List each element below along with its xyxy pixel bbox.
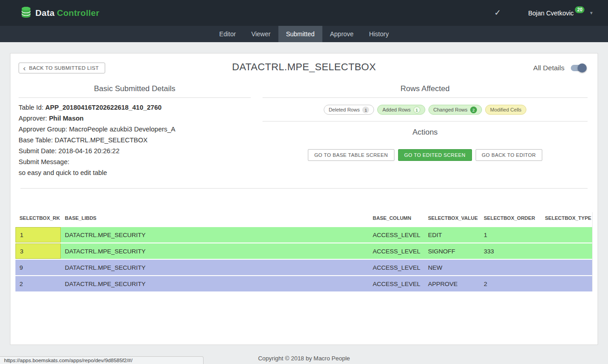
deleted-rows-pill[interactable]: Deleted Rows1 — [324, 105, 374, 115]
brand-word-controller: Controller — [57, 8, 99, 18]
brand-name: DataController — [35, 8, 99, 18]
table-cell[interactable] — [541, 243, 592, 259]
chevron-left-icon: ‹ — [23, 66, 26, 70]
pill-count-badge: 2 — [470, 107, 477, 113]
divider — [19, 97, 251, 98]
table-cell[interactable]: 1 — [480, 227, 541, 243]
back-to-submitted-list-button[interactable]: ‹ BACK TO SUBMITTED LIST — [19, 63, 105, 73]
status-url: https://apps.boemskats.com/apps/repo/dev… — [4, 358, 132, 363]
table-cell[interactable]: ACCESS_LEVEL — [369, 227, 424, 243]
detail-table-id: Table Id: APP_20180416T202622618_410_276… — [19, 102, 251, 113]
card-toolbar: ‹ BACK TO SUBMITTED LIST DATACTRL.MPE_SE… — [10, 53, 598, 77]
user-name: Bojan Cvetkovic — [528, 10, 574, 17]
table-cell[interactable] — [541, 260, 592, 275]
table-cell[interactable]: APPROVE — [424, 276, 480, 291]
table-cell[interactable] — [480, 260, 541, 275]
tab-editor[interactable]: Editor — [212, 26, 244, 42]
grid-header-row: SELECTBOX_RK BASE_LIBDS BASE_COLUMN SELE… — [15, 212, 592, 224]
all-details-toggle[interactable] — [571, 65, 586, 71]
grid-body: 1DATACTRL.MPE_SECURITYACCESS_LEVELEDIT13… — [15, 227, 592, 291]
column-header-base-libds[interactable]: BASE_LIBDS — [61, 212, 369, 224]
table-row[interactable]: 9DATACTRL.MPE_SECURITYACCESS_LEVELNEW — [15, 260, 592, 275]
all-details-control: All Details — [533, 64, 586, 72]
table-cell[interactable]: 2 — [480, 276, 541, 291]
tab-history[interactable]: History — [361, 26, 397, 42]
table-cell[interactable]: DATACTRL.MPE_SECURITY — [61, 276, 369, 291]
detail-submit-message-text: so easy and quick to edit table — [19, 167, 251, 178]
chevron-down-icon[interactable]: ▾ — [590, 10, 593, 16]
detail-submit-message-label: Submit Message: — [19, 156, 251, 167]
column-header-selectbox-order[interactable]: SELECTBOX_ORDER — [480, 212, 541, 224]
table-cell[interactable] — [541, 227, 592, 243]
column-header-selectbox-value[interactable]: SELECTBOX_VALUE — [424, 212, 480, 224]
table-row[interactable]: 1DATACTRL.MPE_SECURITYACCESS_LEVELEDIT1 — [15, 227, 592, 243]
table-row[interactable]: 2DATACTRL.MPE_SECURITYACCESS_LEVELAPPROV… — [15, 276, 592, 291]
all-details-label: All Details — [533, 64, 564, 72]
table-row[interactable]: 3DATACTRL.MPE_SECURITYACCESS_LEVELSIGNOF… — [15, 243, 592, 259]
detail-approver-group: Approver Group: MacroPeople azukbi3 Deve… — [19, 124, 251, 135]
detail-submit-date: Submit Date: 2018-04-16 20:26:22 — [19, 146, 251, 156]
changed-rows-pill[interactable]: Changed Rows2 — [428, 105, 482, 115]
back-button-label: BACK TO SUBMITTED LIST — [29, 65, 99, 71]
section-heading-actions: Actions — [263, 128, 588, 137]
user-count-badge: 20 — [575, 6, 584, 13]
table-cell[interactable]: DATACTRL.MPE_SECURITY — [61, 260, 369, 275]
section-divider — [20, 188, 588, 189]
modified-cells-pill[interactable]: Modified Cells — [485, 105, 526, 115]
detail-lines: Table Id: APP_20180416T202622618_410_276… — [19, 102, 251, 178]
table-cell[interactable]: 333 — [480, 243, 541, 259]
pill-count-badge: 1 — [362, 107, 369, 113]
modified-cell[interactable]: 1 — [15, 227, 61, 243]
table-cell[interactable]: 2 — [15, 276, 61, 291]
column-header-selectbox-type[interactable]: SELECTBOX_TYPE — [541, 212, 592, 224]
user-menu[interactable]: Bojan Cvetkovic 20 ▾ — [528, 0, 593, 26]
check-icon: ✓ — [494, 8, 501, 18]
column-header-base-column[interactable]: BASE_COLUMN — [369, 212, 424, 224]
pill-count-badge: 1 — [413, 107, 420, 113]
tab-approve[interactable]: Approve — [322, 26, 361, 42]
toggle-knob — [578, 63, 587, 73]
table-cell[interactable]: DATACTRL.MPE_SECURITY — [61, 243, 369, 259]
detail-approver: Approver: Phil Mason — [19, 113, 251, 124]
table-cell[interactable] — [541, 276, 592, 291]
section-heading-rows-affected: Rows Affected — [263, 84, 588, 93]
table-cell[interactable]: SIGNOFF — [424, 243, 480, 259]
tab-submitted[interactable]: Submitted — [278, 26, 322, 42]
divider — [263, 121, 588, 121]
app-header: DataController ✓ Bojan Cvetkovic 20 ▾ — [0, 0, 608, 26]
rows-affected-pills: Deleted Rows1 Added Rows1 Changed Rows2 … — [263, 105, 588, 115]
table-cell[interactable]: NEW — [424, 260, 480, 275]
go-to-base-table-screen-button[interactable]: GO TO BASE TABLE SCREEN — [308, 149, 394, 161]
table-cell[interactable]: ACCESS_LEVEL — [369, 260, 424, 275]
section-heading-basic-details: Basic Submitted Details — [19, 84, 251, 93]
detail-base-table: Base Table: DATACTRL.MPE_SELECTBOX — [19, 135, 251, 146]
table-cell[interactable]: DATACTRL.MPE_SECURITY — [61, 227, 369, 243]
table-cell[interactable]: ACCESS_LEVEL — [369, 243, 424, 259]
main-nav: Editor Viewer Submitted Approve History — [0, 26, 608, 42]
tab-viewer[interactable]: Viewer — [243, 26, 278, 42]
action-buttons: GO TO BASE TABLE SCREEN GO TO EDITED SCR… — [263, 149, 588, 161]
table-cell[interactable]: EDIT — [424, 227, 480, 243]
go-back-to-editor-button[interactable]: GO BACK TO EDITOR — [476, 149, 542, 161]
brand-word-data: Data — [35, 8, 54, 18]
column-header-selectbox-rk[interactable]: SELECTBOX_RK — [15, 212, 61, 224]
basic-submitted-details-section: Basic Submitted Details Table Id: APP_20… — [19, 77, 251, 178]
table-cell[interactable]: 9 — [15, 260, 61, 275]
go-to-edited-screen-button[interactable]: GO TO EDITED SCREEN — [398, 149, 472, 161]
rows-affected-section: Rows Affected Deleted Rows1 Added Rows1 … — [263, 77, 588, 161]
database-logo-icon — [21, 6, 31, 20]
browser-status-bar: https://apps.boemskats.com/apps/repo/dev… — [0, 356, 204, 364]
modified-cell[interactable]: 3 — [15, 243, 61, 259]
divider — [263, 97, 588, 98]
table-cell[interactable]: ACCESS_LEVEL — [369, 276, 424, 291]
added-rows-pill[interactable]: Added Rows1 — [377, 105, 425, 115]
main-card: ‹ BACK TO SUBMITTED LIST DATACTRL.MPE_SE… — [10, 53, 598, 345]
detail-sections: Basic Submitted Details Table Id: APP_20… — [10, 77, 598, 178]
app-logo[interactable]: DataController — [21, 6, 99, 20]
data-grid: SELECTBOX_RK BASE_LIBDS BASE_COLUMN SELE… — [15, 212, 593, 291]
